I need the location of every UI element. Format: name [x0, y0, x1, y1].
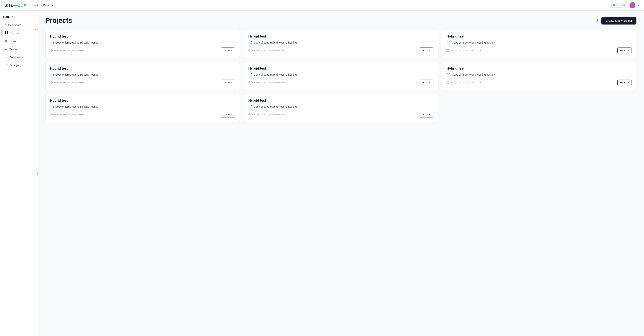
project-name-5: Hybrid test: [248, 67, 434, 70]
project-card-7: Hybrid test Copy of large Hybrid Hosting…: [45, 94, 240, 122]
breadcrumb-workspace[interactable]: statik: [32, 4, 38, 7]
users-icon: [4, 40, 8, 43]
sidebar-item-dashboard[interactable]: ⌂ Dashboard: [2, 21, 36, 29]
project-footer-6: Feb 28, 2024 12:00 PM GMT+1 Go to ∨: [447, 80, 632, 85]
dashboard-icon: ⌂: [4, 23, 6, 27]
project-type-label-7: Copy of large Hybrid Hosting hosting: [55, 105, 98, 108]
clock-icon-6: [447, 81, 449, 84]
page-header: Projects Create a new project: [45, 16, 636, 24]
clock-icon-7: [50, 113, 53, 116]
goto-button-5[interactable]: Go to ∨: [419, 80, 434, 85]
sidebar-item-compliance[interactable]: Compliance: [2, 54, 36, 61]
goto-button-6[interactable]: Go to ∨: [617, 80, 632, 85]
sidebar-item-users-label: Users: [10, 40, 16, 43]
goto-chevron-6: ∨: [628, 81, 629, 84]
goto-chevron-8: ∨: [429, 113, 430, 116]
keyboard-shortcut-hint: ⌘ + K or 🔍: [611, 3, 627, 7]
project-type-label-8: Copy of large Hybrid Hosting hosting: [254, 105, 297, 108]
sidebar-item-teams[interactable]: Teams: [2, 46, 36, 53]
topnav-right: ⌘ + K or 🔍 ∨: [611, 2, 640, 8]
svg-rect-2: [5, 33, 6, 34]
project-name-2: Hybrid test: [248, 34, 434, 38]
projects-grid: Hybrid test Copy of large Hybrid Hosting…: [45, 30, 636, 122]
workspace-chevron-icon: ∨: [12, 15, 14, 18]
avatar-dropdown-icon[interactable]: ∨: [638, 4, 640, 6]
project-card-5: Hybrid test Copy of large Hybrid Hosting…: [244, 62, 438, 90]
project-type-icon-6: [447, 73, 450, 77]
workspace-header[interactable]: statik ∨: [0, 13, 38, 21]
svg-rect-3: [6, 33, 8, 34]
project-type-icon-3: [447, 41, 450, 44]
goto-label-1: Go to: [224, 49, 230, 52]
projects-icon: [5, 31, 8, 35]
logo-box-text: BOX: [17, 3, 26, 8]
project-type-label-6: Copy of large Hybrid Hosting hosting: [452, 73, 495, 76]
project-name-3: Hybrid test: [447, 34, 632, 38]
goto-chevron-5: ∨: [429, 81, 430, 84]
logo[interactable]: SITE — BOX: [4, 3, 26, 8]
breadcrumb: statik → Projects: [32, 4, 53, 7]
app-layout: statik ∨ ⌂ Dashboard Projects: [0, 10, 644, 336]
topnav-left: SITE — BOX statik → Projects: [4, 3, 53, 8]
settings-icon: [4, 63, 8, 67]
project-type-6: Copy of large Hybrid Hosting hosting: [447, 73, 632, 77]
goto-button-8[interactable]: Go to ∨: [419, 112, 434, 118]
svg-rect-1: [6, 31, 8, 33]
top-navigation: SITE — BOX statik → Projects ⌘ + K or 🔍 …: [0, 0, 644, 10]
project-date-8: Feb 28, 2024 12:00 PM GMT+1: [248, 113, 284, 116]
sidebar-item-settings[interactable]: Settings: [2, 61, 36, 69]
project-footer-8: Feb 28, 2024 12:00 PM GMT+1 Go to ∨: [248, 112, 434, 118]
create-project-button[interactable]: Create a new project: [601, 17, 636, 24]
goto-button-4[interactable]: Go to ∨: [221, 80, 235, 85]
project-type-label-3: Copy of large Hybrid Hosting hosting: [452, 41, 495, 44]
clock-icon-3: [447, 49, 449, 52]
project-date-4: Feb 28, 2024 12:00 PM GMT+1: [50, 81, 86, 84]
project-type-label-2: Copy of large Hybrid Hosting hosting: [254, 41, 297, 44]
project-date-7: Feb 28, 2024 12:00 PM GMT+1: [50, 113, 86, 116]
project-name-6: Hybrid test: [447, 67, 632, 70]
project-date-text-5: Feb 28, 2024 12:00 PM GMT+1: [252, 81, 284, 84]
goto-label-3: Go to: [620, 49, 626, 52]
project-date-5: Feb 28, 2024 12:00 PM GMT+1: [248, 81, 284, 84]
goto-button-2[interactable]: Go to ∨: [419, 47, 434, 53]
goto-chevron-7: ∨: [231, 113, 232, 116]
project-name-1: Hybrid test: [50, 34, 235, 38]
sidebar-collapse-button[interactable]: ‹: [35, 171, 40, 175]
clock-icon-8: [248, 113, 251, 116]
project-type-label-4: Copy of large Hybrid Hosting hosting: [55, 73, 98, 76]
project-type-icon-1: [50, 41, 54, 44]
project-type-1: Copy of large Hybrid Hosting hosting: [50, 41, 235, 44]
project-card-3: Hybrid test Copy of large Hybrid Hosting…: [442, 30, 636, 58]
project-type-icon-2: [248, 41, 252, 44]
clock-icon-5: [248, 81, 251, 84]
sidebar-item-users[interactable]: Users: [2, 38, 36, 45]
clock-icon-1: [50, 49, 53, 52]
workspace-name: statik: [3, 15, 10, 18]
sidebar-item-compliance-label: Compliance: [10, 56, 24, 59]
project-date-6: Feb 28, 2024 12:00 PM GMT+1: [447, 81, 482, 84]
project-footer-1: Feb 28, 2024 12:00 PM GMT+1 Go to ∨: [50, 47, 235, 53]
goto-button-3[interactable]: Go to ∨: [617, 47, 632, 53]
sidebar-item-projects[interactable]: Projects: [2, 29, 36, 37]
goto-chevron-3: ∨: [628, 49, 629, 52]
project-type-4: Copy of large Hybrid Hosting hosting: [50, 73, 235, 77]
avatar[interactable]: [630, 2, 636, 8]
sidebar: statik ∨ ⌂ Dashboard Projects: [0, 10, 38, 336]
project-date-text-1: Feb 28, 2024 12:00 PM GMT+1: [54, 49, 86, 52]
svg-rect-0: [5, 31, 6, 33]
sidebar-item-settings-label: Settings: [10, 64, 19, 67]
goto-label-8: Go to: [422, 113, 428, 116]
goto-button-1[interactable]: Go to ∨: [221, 47, 235, 53]
project-type-8: Copy of large Hybrid Hosting hosting: [248, 105, 434, 109]
svg-line-11: [597, 21, 598, 21]
project-card-4: Hybrid test Copy of large Hybrid Hosting…: [45, 62, 240, 90]
clock-icon-2: [248, 49, 251, 52]
sidebar-item-dashboard-label: Dashboard: [8, 23, 21, 27]
project-date-text-4: Feb 28, 2024 12:00 PM GMT+1: [54, 81, 86, 84]
goto-button-7[interactable]: Go to ∨: [221, 112, 235, 118]
project-footer-3: Feb 28, 2024 12:00 PM GMT+1 Go to ∨: [447, 47, 632, 53]
search-button[interactable]: [594, 17, 599, 24]
svg-point-4: [6, 40, 6, 41]
header-actions: Create a new project: [594, 17, 636, 24]
project-name-7: Hybrid test: [50, 99, 235, 103]
